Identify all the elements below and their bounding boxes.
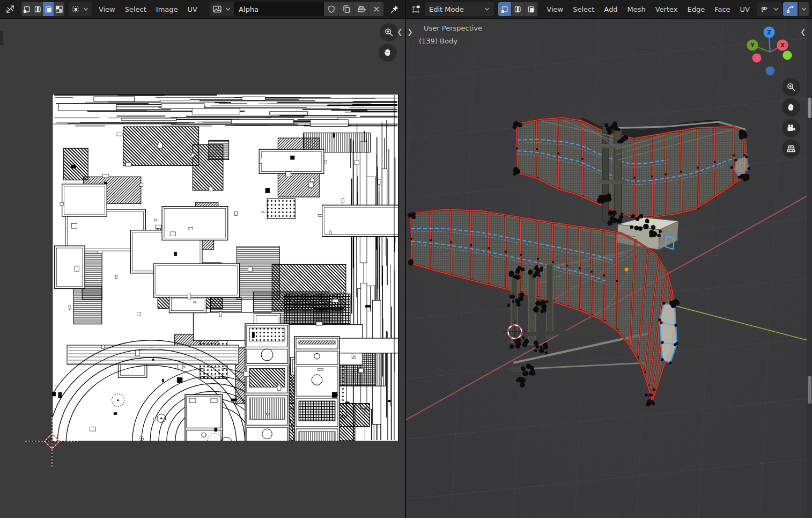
chevron-down-icon <box>225 6 231 12</box>
menu-image[interactable]: Image <box>151 4 183 15</box>
pan-button[interactable] <box>782 98 800 116</box>
menu-add[interactable]: Add <box>599 4 622 15</box>
viewport-sidebar-toggle-arrow[interactable]: ❮ <box>800 28 806 37</box>
toggle-perspective-button[interactable] <box>782 140 800 158</box>
svg-text:Z: Z <box>767 29 771 36</box>
uv-island-select[interactable] <box>54 2 64 16</box>
duplicate-image-button[interactable] <box>338 2 353 16</box>
sticky-selection-icon <box>71 5 80 13</box>
zoom-button[interactable] <box>380 23 398 41</box>
zoom-icon <box>383 27 394 38</box>
chevron-down-icon <box>484 6 490 12</box>
uv-face-select[interactable] <box>42 2 53 16</box>
viewport-header: Edit Mode ViewSelectAddMeshVertexEdgeFac… <box>406 0 812 19</box>
editor-divider[interactable] <box>405 0 406 518</box>
gizmo-icon <box>786 4 795 14</box>
pan-button[interactable] <box>379 43 397 62</box>
image-action-group <box>324 2 383 16</box>
menu-select[interactable]: Select <box>120 4 151 15</box>
chevron-down-icon <box>773 6 779 12</box>
camera-view-button[interactable] <box>782 119 800 137</box>
mode-label: Edit Mode <box>429 5 464 13</box>
uv-vertex-select[interactable] <box>21 2 32 16</box>
chevron-down-icon <box>801 6 807 12</box>
3d-viewport: Edit Mode ViewSelectAddMeshVertexEdgeFac… <box>406 0 812 518</box>
mesh-select-mode-group <box>498 2 538 16</box>
region-scrollbar[interactable] <box>807 19 812 518</box>
menu-edge[interactable]: Edge <box>682 4 710 15</box>
mode-dropdown[interactable]: Edit Mode <box>425 2 494 16</box>
unlink-image-button[interactable] <box>368 2 383 16</box>
menu-uv[interactable]: UV <box>183 4 202 15</box>
image-name-field[interactable]: Alpha <box>234 2 324 16</box>
editor-type-button[interactable] <box>3 2 17 16</box>
pin-button[interactable] <box>388 2 402 16</box>
uv-image-canvas[interactable] <box>52 94 398 441</box>
menu-mesh[interactable]: Mesh <box>622 4 650 15</box>
sticky-selection-dropdown[interactable] <box>69 2 92 16</box>
duplicate-icon <box>342 5 351 13</box>
unpack-icon <box>357 5 366 13</box>
unpack-image-button[interactable] <box>353 2 368 16</box>
scrollbar-thumb[interactable] <box>808 98 811 118</box>
uv-image-editor: ViewSelectImageUV Alpha <box>0 0 405 518</box>
mesh-edge-select[interactable] <box>511 2 525 16</box>
close-icon <box>373 5 380 13</box>
fake-user-button[interactable] <box>324 2 338 16</box>
show-gizmos-toggle[interactable] <box>783 2 798 16</box>
perspective-label: User Perspective <box>424 24 482 32</box>
menu-face[interactable]: Face <box>710 4 735 15</box>
svg-text:X: X <box>780 42 785 49</box>
mesh-face-select[interactable] <box>524 2 537 16</box>
object-visibility-icon <box>759 5 770 14</box>
uv-selection-mode-group <box>21 2 64 16</box>
image-browse-icon <box>212 5 222 13</box>
shield-icon <box>327 5 336 13</box>
edit-mode-cube-icon <box>411 4 421 14</box>
viewport-region[interactable]: ❯ User Perspective (139) Body ZXY ❮ <box>406 19 812 518</box>
menu-view[interactable]: View <box>542 4 568 15</box>
active-object-label: (139) Body <box>419 37 457 45</box>
uv-sidebar-toggle-arrow[interactable]: ❮ <box>397 28 403 37</box>
uv-editor-header: ViewSelectImageUV Alpha <box>0 0 405 19</box>
viewport-toolbar-toggle-arrow[interactable]: ❯ <box>407 28 413 37</box>
image-browse-button[interactable] <box>210 2 234 16</box>
uv-edge-select[interactable] <box>32 2 42 16</box>
scrollbar-thumb[interactable] <box>808 376 811 404</box>
hand-icon <box>786 102 796 113</box>
svg-text:Y: Y <box>750 42 755 49</box>
gizmos-dropdown[interactable] <box>799 2 809 16</box>
blender-window: ViewSelectImageUV Alpha <box>0 0 812 518</box>
camera-icon <box>786 123 796 133</box>
mesh-vertex-select[interactable] <box>498 2 511 16</box>
pin-icon <box>390 4 400 14</box>
viewport-scene[interactable] <box>406 19 812 518</box>
uv-menubar: ViewSelectImageUV <box>94 4 202 15</box>
uv-editor-icon <box>5 4 15 14</box>
uv-editor-region[interactable]: ❮ <box>0 19 405 518</box>
uv-toolbar-tab[interactable] <box>0 31 3 45</box>
editor-type-button[interactable] <box>409 2 423 16</box>
perspective-grid-icon <box>786 144 796 154</box>
menu-select[interactable]: Select <box>568 4 599 15</box>
chevron-down-icon <box>83 6 89 12</box>
navigation-gizmo[interactable]: ZXY <box>743 24 799 79</box>
menu-uv[interactable]: UV <box>735 4 755 15</box>
menu-view[interactable]: View <box>94 4 120 15</box>
zoom-button[interactable] <box>782 78 800 96</box>
viewport-menubar: ViewSelectAddMeshVertexEdgeFaceUV <box>542 4 755 15</box>
hand-icon <box>382 47 393 58</box>
menu-vertex[interactable]: Vertex <box>651 4 683 15</box>
uv-2d-cursor[interactable] <box>23 412 82 471</box>
object-type-visibility-dropdown[interactable] <box>757 2 782 16</box>
zoom-icon <box>786 82 796 92</box>
